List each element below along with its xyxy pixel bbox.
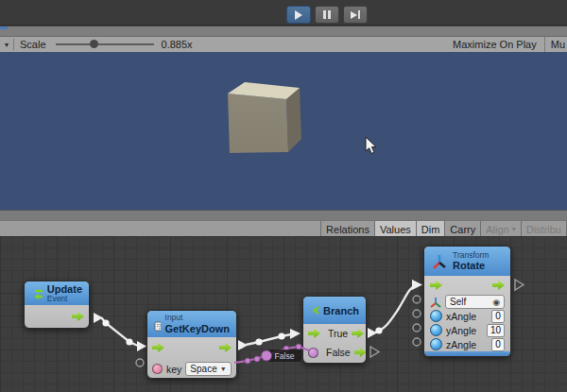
window-tab-strip [0,26,567,36]
display-dropdown-caret-icon[interactable]: ▾ [0,41,13,49]
false-output-port[interactable] [354,348,367,357]
node-footer [424,351,510,356]
play-icon [295,10,302,20]
node-title: Branch [323,305,359,316]
caret-down-icon: ▾ [509,225,516,233]
flow-input-port[interactable] [152,343,164,352]
wire-end-arrow [137,341,146,351]
flow-output-port[interactable] [492,281,505,290]
false-label: False [326,347,351,358]
pause-icon [323,10,331,19]
tab-values[interactable]: Values [374,221,416,236]
dropdown-caret-icon: ▼ [220,366,227,372]
node-subtitle: Event [47,295,82,303]
zangle-input-port[interactable] [430,338,442,350]
cube-front-face [0,52,567,210]
true-row: True [303,324,366,343]
script-graph-canvas[interactable]: Update Event Input GetKeyDown [0,236,567,392]
keyboard-icon [154,316,161,332]
condition-input-port[interactable] [308,348,318,358]
yangle-label: yAngle [446,325,476,336]
unconnected-port-circle [136,359,144,366]
unconnected-port-circle [413,310,421,317]
scale-slider-handle[interactable] [90,40,98,48]
playback-controls [286,6,368,24]
true-output-port[interactable] [352,329,364,338]
yangle-row: yAngle 10 [424,323,510,337]
flow-row [424,276,510,295]
node-body [25,305,89,328]
mute-audio-button[interactable]: Mu [544,37,567,52]
tab-relations[interactable]: Relations [320,221,374,236]
mouse-cursor [365,137,378,156]
flow-input-port[interactable] [308,329,320,338]
flow-row [147,337,236,358]
tab-distribute[interactable]: Distribu [521,221,567,236]
node-category: Input [165,314,230,322]
flow-output-port[interactable] [219,343,232,352]
key-row: key Space ▼ [147,358,236,379]
wire-value-label: False [275,351,295,361]
scale-slider[interactable] [56,43,154,45]
scale-value: 0.885x [158,39,193,50]
node-rotate[interactable]: Transform Rotate Self ◉ [423,246,511,357]
node-header: Branch [303,297,366,324]
pause-button[interactable] [315,6,339,24]
unconnected-port-circle [413,296,421,303]
graph-toolbar: Relations Values Dim Carry Align▾ Distri… [0,220,567,236]
flow-output-port[interactable] [72,312,84,321]
game-view [0,52,567,210]
scale-label: Scale [14,39,52,50]
wire-end-arrow [290,329,301,339]
wire-start-arrow [368,328,377,338]
unconnected-port-circle [413,338,421,346]
key-input-port[interactable] [152,364,163,374]
xangle-value-field[interactable]: 0 [491,310,505,323]
false-row: False [303,343,366,362]
transform-icon [431,253,448,270]
step-icon [351,10,360,19]
target-picker-icon: ◉ [492,298,500,307]
wire-start-arrow [94,313,103,323]
tab-carry[interactable]: Carry [444,221,480,236]
maximize-on-play-button[interactable]: Maximize On Play [445,39,544,50]
unconnected-port-circle [413,324,421,332]
node-header: Transform Rotate [424,247,510,276]
tab-dim[interactable]: Dim [416,221,445,236]
unconnected-port-triangle [515,280,524,290]
unity-editor-window: ▾ Scale 0.885x Maximize On Play Mu Relat… [0,0,567,392]
true-label: True [328,328,348,339]
target-dropdown[interactable]: Self ◉ [445,295,505,309]
play-button[interactable] [286,6,311,24]
zangle-value-field[interactable]: 0 [491,338,505,351]
xangle-input-port[interactable] [430,310,442,322]
node-title: Rotate [453,260,489,271]
transform-mini-icon [430,297,441,308]
tab-align[interactable]: Align▾ [480,221,520,236]
zangle-label: zAngle [446,339,476,350]
node-category: Transform [453,251,489,260]
node-branch[interactable]: Branch True False [302,296,367,364]
update-loop-icon [31,286,43,301]
unconnected-port-triangle [370,347,379,357]
zangle-row: zAngle 0 [424,337,510,351]
game-view-toolbar: ▾ Scale 0.885x Maximize On Play Mu [0,36,567,52]
yangle-input-port[interactable] [430,324,442,336]
key-dropdown[interactable]: Space ▼ [185,362,231,376]
xangle-row: xAngle 0 [424,309,510,323]
node-update-event[interactable]: Update Event [24,281,90,329]
node-getkeydown[interactable]: Input GetKeyDown key Space ▼ [146,310,237,379]
key-label: key [166,364,181,375]
step-button[interactable] [343,6,368,24]
target-row: Self ◉ [424,295,510,309]
wire-end-arrow [412,280,422,290]
branch-icon [310,302,318,318]
wire-value-tooltip [267,349,301,362]
node-header: Input GetKeyDown [147,311,236,337]
node-header: Update Event [25,281,89,305]
divider-strip [0,210,567,220]
active-tab-indicator [0,26,8,29]
yangle-value-field[interactable]: 10 [487,324,505,337]
flow-input-port[interactable] [430,281,442,290]
node-title: GetKeyDown [165,323,230,334]
